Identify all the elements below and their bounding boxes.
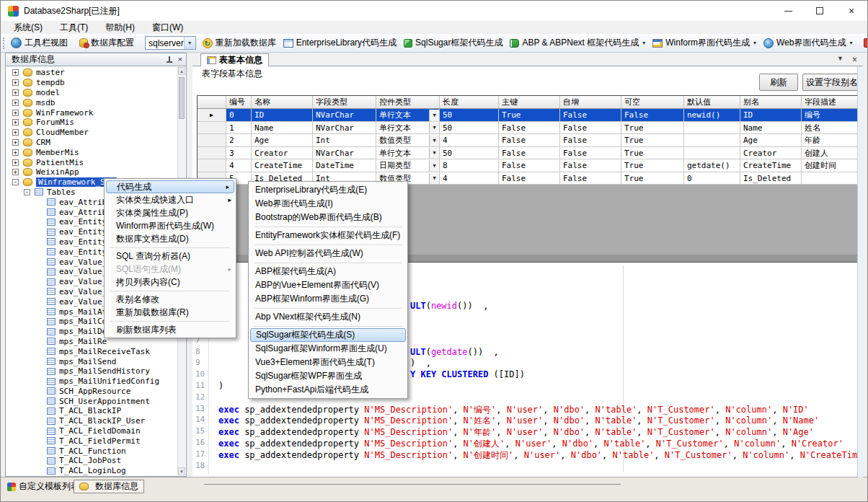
- menubar-item[interactable]: 帮助(H): [97, 21, 143, 34]
- context-menu-item[interactable]: Winform界面代码生成(W): [105, 219, 236, 232]
- grid-cell[interactable]: 4: [440, 172, 499, 185]
- grid-cell[interactable]: False: [499, 147, 560, 160]
- grid-header-cell[interactable]: 编号: [226, 96, 252, 109]
- grid-cell[interactable]: Name: [252, 122, 313, 135]
- grid-cell[interactable]: newid(): [684, 109, 740, 122]
- context-menu-item[interactable]: 实体类属性生成(P): [105, 206, 236, 219]
- codegen-submenu-item[interactable]: Bootstrap的Web界面代码生成(B): [249, 211, 407, 224]
- grid-cell[interactable]: False: [560, 122, 621, 135]
- close-button[interactable]: ×: [836, 1, 867, 21]
- row-selector-cell[interactable]: [198, 122, 226, 135]
- menubar-item[interactable]: 窗口(W): [143, 21, 192, 34]
- chevron-down-icon[interactable]: ▼: [837, 55, 843, 65]
- grid-cell[interactable]: DateTime: [313, 159, 376, 172]
- row-selector-cell[interactable]: [198, 159, 226, 172]
- grid-cell[interactable]: False: [560, 147, 621, 160]
- codegen-submenu-item[interactable]: SqlSugar框架Winform界面生成(U): [249, 342, 407, 356]
- scroll-up-icon[interactable]: ▲: [178, 67, 185, 75]
- toolbar-dbconfig-button[interactable]: 数据库配置: [76, 35, 138, 51]
- toolbar-winform-button[interactable]: Winform界面代码生成 ▾: [649, 35, 760, 51]
- grid-cell[interactable]: ID: [252, 109, 313, 122]
- grid-cell[interactable]: 创建人: [802, 147, 863, 160]
- context-menu-item[interactable]: 表别名修改: [105, 293, 236, 306]
- grid-cell[interactable]: 4: [226, 159, 252, 172]
- menubar-item[interactable]: 工具(T): [51, 21, 97, 34]
- chevron-down-icon[interactable]: ▼: [184, 37, 195, 49]
- toolbar-reload-button[interactable]: ↻ 重新加载数据库: [199, 35, 280, 51]
- grid-header-cell[interactable]: 控件类型: [376, 96, 440, 109]
- grid-cell[interactable]: 年龄: [802, 134, 863, 147]
- tree-item[interactable]: +PatientMis: [6, 157, 186, 167]
- tree-item[interactable]: +msdb: [6, 97, 186, 107]
- tree-item[interactable]: mps_MailReceiveTask: [6, 346, 186, 356]
- grid-cell[interactable]: ID: [740, 109, 802, 122]
- context-menu-item[interactable]: 实体类生成快速入口▸: [105, 193, 236, 206]
- grid-cell[interactable]: 日期类型▼: [376, 159, 440, 172]
- grid-cell[interactable]: NVarChar: [313, 109, 376, 122]
- codegen-submenu-item[interactable]: ABP框架代码生成(A): [249, 265, 407, 278]
- grid-cell[interactable]: [684, 134, 740, 147]
- toolbar-view-button[interactable]: 工具栏视图: [7, 35, 71, 51]
- tree-item[interactable]: T_ACL_BlackIP_User: [6, 416, 186, 426]
- grid-header-cell[interactable]: 主键: [499, 96, 560, 109]
- codegen-submenu-item[interactable]: Web界面代码生成(I): [249, 197, 407, 211]
- tree-item[interactable]: +model: [6, 88, 186, 98]
- close-icon[interactable]: ×: [178, 56, 182, 63]
- grid-cell[interactable]: 50: [440, 122, 499, 135]
- tree-item[interactable]: +master: [6, 68, 186, 78]
- grid-cell[interactable]: Is_Deleted: [740, 172, 802, 185]
- grid-cell[interactable]: 3: [226, 147, 252, 160]
- context-menu-item[interactable]: 刷新数据库列表: [105, 323, 236, 336]
- row-selector-cell[interactable]: ▶: [198, 109, 226, 122]
- grid-cell[interactable]: False: [560, 159, 621, 172]
- grid-cell[interactable]: True: [621, 159, 684, 172]
- tree-item[interactable]: +CloudMember: [6, 128, 186, 138]
- grid-cell[interactable]: True: [621, 134, 684, 147]
- grid-cell[interactable]: 50: [440, 109, 499, 122]
- grid-cell[interactable]: False: [560, 109, 621, 122]
- set-alias-button[interactable]: 设置字段别名: [802, 74, 862, 91]
- grid-cell[interactable]: Creator: [252, 147, 313, 160]
- grid-cell[interactable]: False: [560, 172, 621, 185]
- grid-header-cell[interactable]: 字段类型: [313, 96, 376, 109]
- grid-cell[interactable]: Int: [313, 134, 376, 147]
- tree-item[interactable]: T_ACL_BlackIP: [6, 406, 186, 416]
- codegen-submenu-item[interactable]: Vue3+Element界面代码生成(T): [249, 356, 407, 369]
- grid-header-cell[interactable]: 默认值: [684, 96, 740, 109]
- grid-cell[interactable]: 4: [440, 134, 499, 147]
- context-menu-item[interactable]: 代码生成▸: [106, 180, 234, 193]
- grid-cell[interactable]: Creator: [740, 147, 802, 160]
- grid-cell[interactable]: 单行文本▼: [376, 109, 440, 122]
- codegen-submenu-item[interactable]: EnterpriseLibrary代码生成(E): [249, 183, 407, 197]
- grid-cell[interactable]: 1: [226, 122, 252, 135]
- grid-cell[interactable]: 创建时间: [802, 159, 863, 172]
- dbtype-select[interactable]: sqlserver ▼: [145, 36, 196, 50]
- tree-item[interactable]: +WeixinApp: [6, 167, 186, 177]
- grid-cell[interactable]: 2: [226, 134, 252, 147]
- pin-icon[interactable]: [167, 56, 172, 63]
- grid-cell[interactable]: [802, 172, 863, 185]
- grid-cell[interactable]: 8: [440, 159, 499, 172]
- grid-header-cell[interactable]: 别名: [740, 96, 802, 109]
- grid-cell[interactable]: Age: [252, 134, 313, 147]
- grid-cell[interactable]: True: [621, 147, 684, 160]
- grid-cell[interactable]: 数值类型▼: [376, 134, 440, 147]
- codegen-submenu-item[interactable]: SqlSugar框架WPF界面生成: [249, 369, 407, 383]
- row-selector-cell[interactable]: [198, 147, 226, 160]
- codegen-submenu-item[interactable]: SqlSugar框架代码生成(S): [250, 328, 406, 342]
- grid-cell[interactable]: False: [560, 134, 621, 147]
- codegen-submenu-item[interactable]: EntityFramework实体框架代码生成(F): [249, 229, 407, 242]
- tree-item[interactable]: T_ACL_JobPost: [6, 456, 186, 466]
- chevron-down-icon[interactable]: ▾: [849, 40, 852, 46]
- tree-item[interactable]: +MemberMis: [6, 147, 186, 157]
- grid-cell[interactable]: [684, 122, 740, 135]
- grid-cell[interactable]: False: [621, 109, 684, 122]
- grid-cell[interactable]: Name: [740, 122, 802, 135]
- tree-item[interactable]: mps_MailSendHistory: [6, 366, 186, 376]
- grid-header-cell[interactable]: 自增: [560, 96, 621, 109]
- grid-cell[interactable]: True: [621, 172, 684, 185]
- context-menu-item[interactable]: 拷贝列表内容(C): [105, 276, 236, 289]
- grid-header-cell[interactable]: 名称: [252, 96, 313, 109]
- chevron-down-icon[interactable]: ▾: [753, 40, 756, 46]
- tab-table-info[interactable]: 表基本信息: [200, 53, 269, 66]
